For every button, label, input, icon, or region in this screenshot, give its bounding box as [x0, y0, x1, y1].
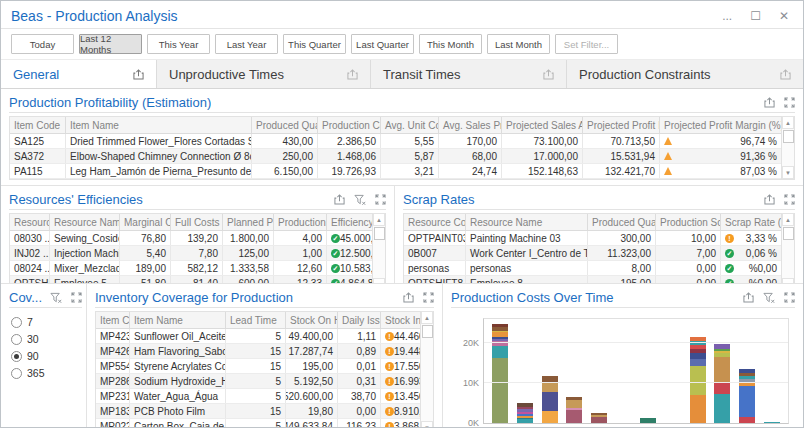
filter-button-this-year[interactable]: This Year [147, 34, 210, 54]
table-row[interactable]: MP423Sunflower Oil_Aceite de Gir...549.4… [96, 329, 420, 344]
scroll-down-arrow[interactable]: ▼ [782, 166, 794, 179]
table-row[interactable]: MP183PCB Photo Film1519,800,00!8.910,00 [96, 404, 420, 419]
table-row[interactable]: SA125Dried Trimmed Flower_Flores Cortada… [10, 134, 781, 149]
column-header[interactable]: Resource Name [50, 214, 120, 230]
scroll-down-arrow[interactable]: ▼ [782, 278, 794, 283]
maximize-icon[interactable] [375, 194, 386, 205]
stacked-bar[interactable] [665, 319, 681, 423]
clear-filter-icon[interactable] [763, 292, 775, 304]
tab-unproductive-times[interactable]: Unproductive Times [157, 60, 371, 88]
vertical-scrollbar[interactable]: ▲▼ [372, 213, 385, 283]
coverage-radio-7[interactable]: 7 [11, 316, 80, 328]
scroll-up-arrow[interactable]: ▲ [782, 116, 794, 129]
column-header[interactable]: Avg. Unit Cost [381, 117, 439, 133]
more-options-button[interactable]: ... [722, 10, 732, 22]
filter-button-this-quarter[interactable]: This Quarter [283, 34, 346, 54]
table-row[interactable]: 08024 ...Mixer_Mezclado_...189,00582,121… [10, 261, 372, 276]
filter-button-last-year[interactable]: Last Year [215, 34, 278, 54]
column-header[interactable]: Planned Pro... [223, 214, 274, 230]
table-row[interactable]: PA115Leg Ham_Jamón de Pierna_Presunto de… [10, 164, 781, 179]
export-icon[interactable] [764, 194, 775, 205]
stacked-bar[interactable] [492, 319, 508, 423]
scroll-thumb[interactable] [783, 227, 794, 240]
scroll-up-arrow[interactable]: ▲ [421, 311, 433, 324]
maximize-window-button[interactable]: ☐ [750, 10, 761, 22]
column-header[interactable]: Item Name [66, 117, 252, 133]
table-row[interactable]: 0B007Work Center I_Centro de Trabajo I11… [404, 246, 781, 261]
column-header[interactable]: Daily Issues [338, 312, 381, 328]
column-header[interactable]: Item Code [10, 117, 66, 133]
scroll-thumb[interactable] [422, 325, 433, 338]
filter-button-last-12-months[interactable]: Last 12 Months [79, 34, 142, 54]
column-header[interactable]: Resource Code [404, 214, 466, 230]
coverage-radio-365[interactable]: 365 [11, 367, 80, 379]
export-icon[interactable] [543, 69, 554, 80]
scroll-down-arrow[interactable]: ▼ [373, 278, 385, 283]
coverage-radio-30[interactable]: 30 [11, 333, 80, 345]
vertical-scrollbar[interactable]: ▲▼ [781, 116, 794, 179]
column-header[interactable]: Projected Profit Margin [583, 117, 660, 133]
maximize-icon[interactable] [784, 292, 795, 303]
export-icon[interactable] [743, 292, 754, 303]
table-row[interactable]: MP022Carton Box_Caja de Cartó...5449.633… [96, 419, 420, 427]
stacked-bar[interactable] [739, 319, 755, 423]
column-header[interactable]: Projected Profit Margin (%) [660, 117, 781, 133]
stacked-bar[interactable] [566, 319, 582, 423]
export-icon[interactable] [403, 292, 414, 303]
column-header[interactable]: Produced Quantity [252, 117, 318, 133]
stacked-bar[interactable] [764, 319, 780, 423]
table-row[interactable]: MP286Sodium Hydroxide_Hidróxid...55.192,… [96, 374, 420, 389]
table-row[interactable]: OPTSHIEmployee 551,8081,40600,0012,33✓4.… [10, 276, 372, 283]
maximize-icon[interactable] [71, 292, 82, 303]
filter-button-last-month[interactable]: Last Month [487, 34, 550, 54]
clear-filter-icon[interactable] [354, 194, 366, 206]
column-header[interactable]: Avg. Sales Price [439, 117, 502, 133]
filter-button-last-quarter[interactable]: Last Quarter [351, 34, 414, 54]
table-row[interactable]: personaspersonas8,000,00✓%0,00 [404, 261, 781, 276]
maximize-icon[interactable] [784, 194, 795, 205]
table-row[interactable]: OPTSHIFT8Employee 8195,000,00✓%0,00 [404, 276, 781, 283]
stacked-bar[interactable] [542, 319, 558, 423]
table-row[interactable]: MP231Water_Agua_Água5520.600,0038,70!13.… [96, 389, 420, 404]
maximize-icon[interactable] [423, 292, 434, 303]
table-row[interactable]: SA372Elbow-Shaped Chimney Connection Ø 8… [10, 149, 781, 164]
filter-button-this-month[interactable]: This Month [419, 34, 482, 54]
column-header[interactable]: Stock In Days [381, 312, 420, 328]
column-header[interactable]: Production Ti... [274, 214, 327, 230]
column-header[interactable]: Efficiency (%) [327, 214, 372, 230]
stacked-bar[interactable] [616, 319, 632, 423]
column-header[interactable]: Scrap Rate (%) [721, 214, 781, 230]
close-window-button[interactable]: ✕ [779, 10, 789, 22]
column-header[interactable]: Projected Sales Amount [502, 117, 583, 133]
tab-transit-times[interactable]: Transit Times [371, 60, 567, 88]
export-icon[interactable] [347, 69, 358, 80]
scroll-down-arrow[interactable]: ▼ [421, 421, 433, 427]
tab-production-constraints[interactable]: Production Constraints [567, 60, 803, 88]
stacked-bar[interactable] [517, 319, 533, 423]
column-header[interactable]: Marginal Costs [120, 214, 171, 230]
scroll-thumb[interactable] [783, 130, 794, 143]
vertical-scrollbar[interactable]: ▲▼ [781, 213, 794, 283]
stacked-bar[interactable] [591, 319, 607, 423]
export-icon[interactable] [334, 194, 345, 205]
column-header[interactable]: Item Name [130, 312, 226, 328]
table-row[interactable]: 08030 ...Sewing_Cosido_...76,80139,201.8… [10, 231, 372, 246]
scroll-up-arrow[interactable]: ▲ [373, 213, 385, 226]
column-header[interactable]: Stock On Hand [286, 312, 338, 328]
column-header[interactable]: Resourc... [10, 214, 50, 230]
coverage-radio-90[interactable]: 90 [11, 350, 80, 362]
export-icon[interactable] [764, 97, 775, 108]
filter-button-set-filter[interactable]: Set Filter... [555, 34, 618, 54]
table-row[interactable]: OPTPAINT03 ...Painting Machine 03300,001… [404, 231, 781, 246]
tab-general[interactable]: General [1, 60, 157, 88]
filter-button-today[interactable]: Today [11, 34, 74, 54]
stacked-bar[interactable] [690, 319, 706, 423]
scroll-thumb[interactable] [374, 227, 385, 240]
maximize-icon[interactable] [784, 97, 795, 108]
table-row[interactable]: MP554Styrene Acrylates Copolym...15195,0… [96, 359, 420, 374]
column-header[interactable]: Production Costs [318, 117, 381, 133]
stacked-bar[interactable] [714, 319, 730, 423]
stacked-bar[interactable] [640, 319, 656, 423]
column-header[interactable]: Item Co... [96, 312, 130, 328]
vertical-scrollbar[interactable]: ▲▼ [420, 311, 433, 427]
